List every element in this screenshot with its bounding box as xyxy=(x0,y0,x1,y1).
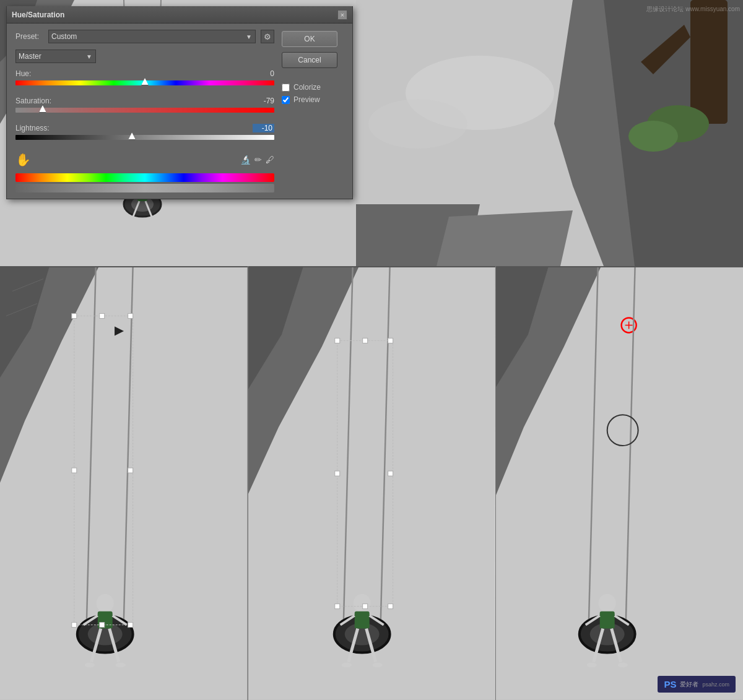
dialog-controls-right: OK Cancel Colorize Preview xyxy=(282,30,344,192)
svg-rect-58 xyxy=(388,604,393,609)
hue-track-container[interactable] xyxy=(15,80,274,93)
bottom-panel-left: ▶ xyxy=(0,266,248,700)
svg-point-14 xyxy=(368,99,467,149)
watermark-top-right: 思缘设计论坛 www.missyuan.com xyxy=(646,5,740,14)
cursor-arrow: ▶ xyxy=(115,325,123,336)
svg-rect-30 xyxy=(100,313,105,318)
hue-label: Hue: xyxy=(15,69,31,78)
color-bars xyxy=(15,173,274,192)
svg-point-68 xyxy=(598,594,615,613)
top-right-image xyxy=(356,0,743,266)
svg-point-48 xyxy=(342,663,352,668)
preview-checkbox[interactable] xyxy=(282,96,290,104)
eyedropper-tools: 🔬 ✏ 🖋 xyxy=(240,155,274,165)
svg-point-27 xyxy=(116,663,126,668)
dialog-body: Preset: CustomDefaultCyanotypeIncrease S… xyxy=(7,24,352,199)
lightness-label: Lightness: xyxy=(15,124,50,132)
svg-rect-33 xyxy=(128,468,133,473)
site-name: 爱好者 xyxy=(680,680,698,689)
saturation-track[interactable] xyxy=(15,108,274,113)
svg-rect-10 xyxy=(690,0,728,124)
svg-rect-29 xyxy=(72,313,77,318)
cancel-button[interactable]: Cancel xyxy=(282,52,337,68)
dialog-controls-left: Preset: CustomDefaultCyanotypeIncrease S… xyxy=(15,30,274,192)
ps-badge: PS 爱好者 psahz.com xyxy=(658,676,736,693)
svg-rect-57 xyxy=(363,604,368,609)
lightness-label-row: Lightness: -10 xyxy=(15,124,274,132)
site-url: psahz.com xyxy=(702,681,729,688)
options-group: Colorize Preview xyxy=(282,79,344,104)
hue-thumb[interactable] xyxy=(141,78,149,85)
hand-tool-icon[interactable]: ✋ xyxy=(15,152,31,167)
channel-select[interactable]: MasterRedsYellowsGreensCyansBluesMagenta… xyxy=(15,50,96,63)
color-bar-output xyxy=(15,184,274,192)
lightness-track-container[interactable] xyxy=(15,135,274,147)
svg-rect-52 xyxy=(363,338,368,343)
svg-rect-36 xyxy=(128,623,133,628)
svg-rect-69 xyxy=(599,611,614,629)
saturation-value: -79 xyxy=(253,97,274,105)
ok-button[interactable]: OK xyxy=(282,31,337,47)
lightness-value: -10 xyxy=(253,124,274,132)
eyedropper-subtract-icon[interactable]: 🖋 xyxy=(266,155,274,165)
hue-saturation-dialog: Hue/Saturation × Preset: CustomDefaultCy… xyxy=(6,6,353,199)
saturation-track-container[interactable] xyxy=(15,108,274,120)
color-bar-input xyxy=(15,173,274,182)
hue-value: 0 xyxy=(253,69,274,78)
saturation-slider-group: Saturation: -79 xyxy=(15,97,274,120)
lightness-track[interactable] xyxy=(15,135,274,140)
panel-divider-horizontal xyxy=(0,266,743,267)
preset-select[interactable]: CustomDefaultCyanotypeIncrease Saturatio… xyxy=(48,30,256,43)
eyedropper-icon[interactable]: 🔬 xyxy=(240,155,251,165)
svg-point-49 xyxy=(373,663,383,668)
hue-label-row: Hue: 0 xyxy=(15,69,274,78)
saturation-label-row: Saturation: -79 xyxy=(15,97,274,105)
svg-rect-31 xyxy=(128,313,133,318)
dialog-close-button[interactable]: × xyxy=(337,10,347,20)
hue-slider-group: Hue: 0 xyxy=(15,69,274,93)
svg-point-26 xyxy=(85,663,95,668)
ps-logo-text: PS xyxy=(664,679,676,689)
saturation-thumb[interactable] xyxy=(39,105,46,113)
svg-rect-56 xyxy=(335,604,340,609)
bottom-panels: ▶ xyxy=(0,266,743,700)
svg-rect-43 xyxy=(355,611,370,629)
lightness-thumb[interactable] xyxy=(128,132,136,140)
bottom-panel-right xyxy=(496,266,743,700)
colorize-row: Colorize xyxy=(282,83,344,92)
saturation-label: Saturation: xyxy=(15,97,51,105)
svg-rect-53 xyxy=(388,338,393,343)
bottom-panel-mid xyxy=(248,266,495,700)
channel-row: MasterRedsYellowsGreensCyansBluesMagenta… xyxy=(15,50,274,63)
colorize-checkbox[interactable] xyxy=(282,84,290,92)
tools-row: ✋ 🔬 ✏ 🖋 xyxy=(15,152,274,167)
dialog-title: Hue/Saturation xyxy=(12,11,64,19)
preset-label: Preset: xyxy=(15,32,43,41)
colorize-label[interactable]: Colorize xyxy=(293,83,321,92)
svg-rect-55 xyxy=(388,471,393,476)
gear-icon: ⚙ xyxy=(264,32,271,41)
svg-point-42 xyxy=(354,594,371,613)
svg-rect-51 xyxy=(335,338,340,343)
eyedropper-add-icon[interactable]: ✏ xyxy=(254,155,262,165)
preset-gear-button[interactable]: ⚙ xyxy=(261,30,274,43)
svg-point-12 xyxy=(628,121,678,152)
hue-track[interactable] xyxy=(15,80,274,85)
preview-row: Preview xyxy=(282,95,344,104)
svg-rect-34 xyxy=(72,623,77,628)
svg-rect-32 xyxy=(72,468,77,473)
svg-rect-35 xyxy=(100,623,105,628)
svg-point-74 xyxy=(586,663,596,668)
panel-divider-1 xyxy=(248,266,248,700)
svg-point-20 xyxy=(97,594,114,613)
preview-label[interactable]: Preview xyxy=(293,95,320,104)
preset-row: Preset: CustomDefaultCyanotypeIncrease S… xyxy=(15,30,274,43)
svg-point-75 xyxy=(617,663,627,668)
lightness-slider-group: Lightness: -10 xyxy=(15,124,274,147)
dialog-titlebar: Hue/Saturation × xyxy=(7,6,352,24)
svg-rect-54 xyxy=(335,471,340,476)
panel-divider-2 xyxy=(495,266,496,700)
